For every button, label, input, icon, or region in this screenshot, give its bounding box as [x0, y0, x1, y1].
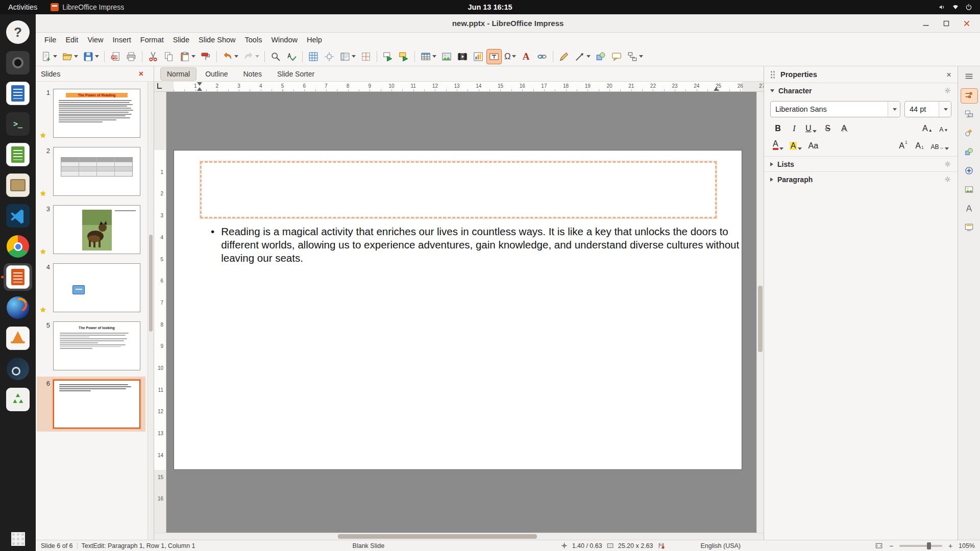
export-pdf-button[interactable]	[108, 49, 123, 64]
insert-image-button[interactable]	[439, 49, 454, 64]
slide-thumbnail-canvas[interactable]: The Power of looking	[53, 321, 140, 370]
section-paragraph-header[interactable]: Paragraph	[764, 171, 958, 187]
first-line-indent-marker[interactable]	[197, 82, 202, 86]
menu-file[interactable]: File	[40, 34, 61, 46]
status-zoom-level[interactable]: 105%	[959, 542, 975, 549]
view-tab-notes[interactable]: Notes	[236, 67, 268, 81]
slide-thumbnail-canvas[interactable]	[53, 263, 140, 312]
slide-canvas[interactable]: • Reading is a magical activity that enr…	[174, 150, 742, 470]
maximize-button[interactable]	[940, 17, 952, 30]
increase-font-size-button[interactable]: A▲	[920, 121, 935, 135]
cut-button[interactable]	[145, 49, 161, 64]
zoom-slider-handle[interactable]	[927, 542, 931, 549]
highlighting-color-button[interactable]: A	[787, 138, 805, 153]
display-grid-button[interactable]	[306, 49, 321, 64]
document-modified-icon[interactable]	[657, 542, 665, 549]
menu-view[interactable]: View	[83, 34, 108, 46]
redo-button[interactable]	[241, 49, 261, 64]
zoom-out-button[interactable]: −	[887, 542, 895, 549]
vertical-scrollbar-handle[interactable]	[758, 286, 763, 352]
workspace-canvas[interactable]: • Reading is a magical activity that enr…	[166, 92, 756, 533]
slides-panel-scrollbar[interactable]	[148, 82, 154, 540]
lines-and-arrows-button[interactable]	[572, 49, 593, 64]
callout-shapes-button[interactable]	[609, 49, 624, 64]
slides-panel-close-button[interactable]: ×	[139, 70, 143, 78]
dock-firefox[interactable]	[4, 294, 32, 321]
menu-help[interactable]: Help	[302, 34, 327, 46]
gear-icon[interactable]	[944, 160, 951, 168]
properties-close-button[interactable]: ×	[946, 70, 951, 79]
section-lists-header[interactable]: Lists	[764, 156, 958, 171]
gear-icon[interactable]	[944, 176, 951, 183]
decrease-font-size-button[interactable]: A▼	[936, 121, 951, 135]
table-button[interactable]	[418, 49, 438, 64]
left-indent-marker[interactable]	[197, 87, 202, 91]
italic-button[interactable]: I	[787, 121, 802, 135]
system-tray[interactable]	[938, 0, 980, 14]
menu-insert[interactable]: Insert	[108, 34, 136, 46]
dock-help[interactable]: ?	[4, 18, 32, 46]
flowchart-shapes-button[interactable]	[625, 49, 645, 64]
zoom-slider[interactable]	[899, 545, 942, 547]
title-bar[interactable]: new.pptx - LibreOffice Impress	[36, 14, 980, 33]
dock-libreoffice-writer[interactable]	[4, 80, 32, 107]
sidebar-tab-gallery[interactable]	[961, 183, 978, 198]
horizontal-scrollbar[interactable]	[154, 533, 764, 540]
character-spacing-button[interactable]: AB↔	[928, 138, 951, 153]
status-layout-name[interactable]: Blank Slide	[353, 542, 385, 549]
font-size-combobox[interactable]: 44 pt	[904, 101, 951, 117]
slide-thumbnail-canvas[interactable]	[53, 380, 140, 429]
basic-shapes-button[interactable]	[593, 49, 608, 64]
dock-libreoffice-calc[interactable]	[4, 141, 32, 168]
dock-chrome[interactable]	[4, 233, 32, 260]
dock-camera-app[interactable]	[4, 49, 32, 77]
open-file-button[interactable]	[60, 49, 80, 64]
snap-guides-button[interactable]	[322, 49, 337, 64]
sidebar-tab-shapes[interactable]	[961, 145, 978, 160]
save-button[interactable]	[81, 49, 101, 64]
dock-terminal[interactable]: >_	[4, 110, 32, 138]
content-text-block[interactable]: • Reading is a magical activity that enr…	[211, 225, 743, 265]
dock-trash[interactable]	[4, 386, 32, 413]
sidebar-tab-navigator[interactable]	[961, 164, 978, 179]
focused-app-indicator[interactable]: LibreOffice Impress	[45, 3, 129, 11]
menu-slide-show[interactable]: Slide Show	[194, 34, 240, 46]
sidebar-tab-sidebar-settings[interactable]	[961, 69, 978, 85]
spelling-button[interactable]	[284, 49, 299, 64]
tab-stop-type-icon[interactable]	[157, 83, 162, 89]
status-language[interactable]: English (USA)	[701, 542, 741, 549]
insert-chart-button[interactable]	[471, 49, 486, 64]
start-from-current-slide-button[interactable]	[396, 49, 411, 64]
underline-button[interactable]: U	[803, 121, 819, 135]
gear-icon[interactable]	[944, 87, 951, 94]
display-views-button[interactable]	[337, 49, 358, 64]
zoom-in-button[interactable]: +	[946, 542, 954, 549]
menu-format[interactable]: Format	[136, 34, 168, 46]
special-character-button[interactable]: Ω	[502, 49, 518, 64]
subscript-button[interactable]: A1	[912, 138, 927, 153]
character-casing-button[interactable]: Aa	[805, 138, 821, 153]
sidebar-tab-slide-transition[interactable]	[961, 107, 978, 122]
section-character-header[interactable]: Character	[764, 83, 958, 98]
insert-media-button[interactable]	[455, 49, 470, 64]
undo-button[interactable]	[220, 49, 240, 64]
dock-vscode[interactable]	[4, 202, 32, 230]
slide-thumbnail-canvas[interactable]	[53, 147, 140, 196]
font-color-button[interactable]: A	[770, 138, 786, 153]
show-applications-button[interactable]	[11, 532, 25, 546]
dock-libreoffice-impress[interactable]	[4, 263, 32, 291]
view-tab-outline[interactable]: Outline	[199, 67, 234, 81]
view-tab-normal[interactable]: Normal	[160, 67, 197, 81]
sidebar-tab-styles[interactable]	[961, 202, 978, 217]
strikethrough-button[interactable]: S	[820, 121, 836, 135]
dock-archive-manager[interactable]	[4, 171, 32, 199]
font-name-dropdown-button[interactable]	[888, 102, 900, 117]
start-from-first-slide-button[interactable]	[380, 49, 396, 64]
fit-slide-icon[interactable]	[875, 542, 883, 550]
paste-button[interactable]	[177, 49, 198, 64]
dock-steam[interactable]	[4, 355, 32, 383]
insert-hyperlink-button[interactable]	[534, 49, 550, 64]
copy-button[interactable]	[161, 49, 177, 64]
new-document-button[interactable]	[39, 49, 59, 64]
minimize-button[interactable]	[920, 17, 932, 30]
